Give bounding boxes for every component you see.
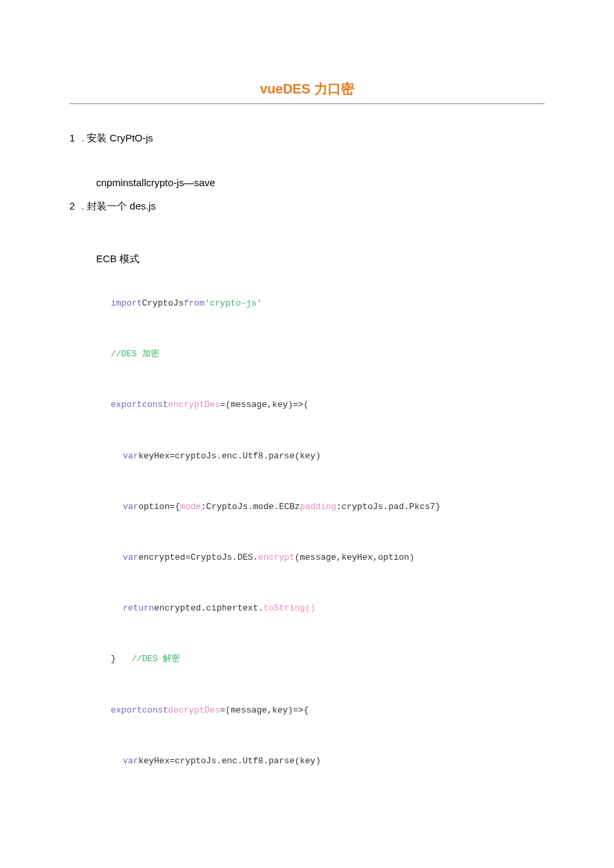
code-line: exportconstencryptDes=(message,key)=>(	[111, 399, 545, 411]
code-line: varkeyHex=cryptoJs.enc.Utf8.parse(key)	[111, 450, 545, 462]
code-text: =(message,key)=>{	[220, 705, 309, 715]
code-text: CryptoJs	[142, 298, 184, 308]
code-text: encrypted=CryptoJs.DES.	[138, 552, 258, 562]
item-text: 封装一个 des.js	[87, 200, 156, 213]
prop-padding: padding	[300, 502, 336, 512]
method-encrypt: encrypt	[258, 552, 295, 562]
code-line: } //DES 解密	[111, 653, 545, 665]
keyword-return: return	[123, 603, 154, 613]
comment: //DES 加密	[111, 349, 160, 359]
code-text: keyHex=cryptoJs.enc.Utf8.parse(key)	[138, 756, 320, 766]
item-number: 1	[69, 132, 81, 143]
code-line: //DES 加密	[111, 348, 545, 360]
code-text: (message,keyHex,option)	[294, 552, 414, 562]
code-line: exportconstdecryptDes=(message,key)=>{	[111, 705, 545, 717]
comment: //DES 解密	[131, 654, 180, 664]
item-dot: .	[81, 200, 84, 211]
keyword-var: var	[123, 502, 138, 512]
code-line: varkeyHex=cryptoJs.enc.Utf8.parse(key)	[111, 755, 545, 767]
list-item-2: 2 . 封装一个 des.js	[69, 200, 545, 213]
code-text: :CryptoJs.mode.ECB	[201, 502, 294, 512]
code-text: =(message,key)=>(	[220, 400, 309, 410]
keyword-var: var	[123, 552, 138, 562]
code-text: :cryptoJs.pad.Pkcs7}	[336, 502, 440, 512]
code-line: returnencrypted.ciphertext.toString()	[111, 602, 545, 614]
code-line: importCryptoJsfrom'crypto-js'	[111, 298, 545, 310]
keyword-var: var	[123, 756, 138, 766]
code-text: encrypted.ciphertext.	[154, 603, 264, 613]
fn-name: encryptDes	[168, 400, 220, 410]
code-line: varoption={mode:CryptoJs.mode.ECBzpaddin…	[111, 501, 545, 513]
keyword-export: exportconst	[111, 705, 168, 715]
item-dot: .	[81, 132, 84, 143]
string-literal: 'crypto-js'	[204, 298, 262, 308]
code-text: keyHex=cryptoJs.enc.Utf8.parse(key)	[138, 451, 320, 461]
method-tostring: toString()	[264, 603, 316, 613]
brace: }	[111, 654, 116, 664]
code-line: varencrypted=CryptoJs.DES.encrypt(messag…	[111, 552, 545, 564]
keyword-from: from	[184, 298, 204, 308]
fn-name: decryptDes	[168, 705, 220, 715]
page-title: vueDES 力口密	[69, 80, 545, 104]
keyword-import: import	[111, 298, 142, 308]
code-block: importCryptoJsfrom'crypto-js' //DES 加密 e…	[69, 298, 545, 767]
keyword-export: exportconst	[111, 400, 168, 410]
prop-mode: mode	[180, 502, 201, 512]
item-text: 安装 CryPtO-js	[87, 132, 153, 145]
code-text: option={	[138, 502, 180, 512]
keyword-var: var	[123, 451, 138, 461]
item-number: 2	[69, 200, 81, 211]
list-item-1: 1 . 安装 CryPtO-js	[69, 132, 545, 145]
install-command: cnpminstallcrypto-js—save	[69, 177, 545, 188]
mode-label: ECB 模式	[69, 253, 545, 266]
